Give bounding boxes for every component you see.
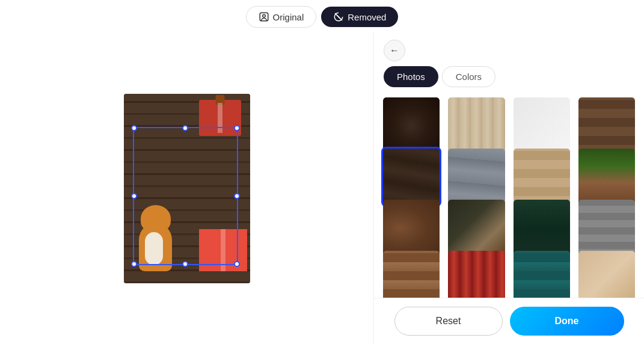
svg-point-1 bbox=[262, 14, 265, 17]
thumb-inner-1 bbox=[383, 97, 440, 154]
thumb-inner-7 bbox=[514, 149, 570, 205]
removed-label: Removed bbox=[348, 12, 386, 22]
removed-button[interactable]: Removed bbox=[321, 7, 398, 27]
photo-thumb-14[interactable] bbox=[446, 249, 506, 298]
photo-grid bbox=[374, 93, 644, 298]
photo-thumb-15[interactable] bbox=[512, 249, 572, 298]
thumb-inner-14 bbox=[448, 251, 504, 298]
remove-bg-icon bbox=[333, 11, 344, 22]
original-label: Original bbox=[273, 12, 304, 22]
portrait-icon bbox=[259, 11, 269, 22]
right-panel-header: ← bbox=[374, 32, 644, 66]
handle-bottom-right[interactable] bbox=[234, 261, 240, 267]
image-container bbox=[124, 94, 250, 283]
photo-thumb-16[interactable] bbox=[577, 249, 637, 298]
left-panel bbox=[0, 32, 373, 344]
top-bar: Original Removed bbox=[0, 0, 644, 32]
reset-button[interactable]: Reset bbox=[394, 307, 503, 336]
selection-box[interactable] bbox=[133, 127, 238, 265]
back-arrow-icon: ← bbox=[390, 45, 399, 56]
thumb-inner-15 bbox=[514, 251, 570, 298]
thumb-inner-8 bbox=[578, 149, 635, 205]
thumb-inner-3 bbox=[514, 97, 570, 154]
thumb-inner-10 bbox=[448, 200, 504, 256]
thumb-inner-4 bbox=[578, 97, 635, 154]
handle-middle-left[interactable] bbox=[131, 193, 137, 199]
thumb-inner-12 bbox=[578, 200, 635, 256]
handle-top-right[interactable] bbox=[234, 125, 240, 131]
photos-tab[interactable]: Photos bbox=[384, 66, 438, 87]
handle-bottom-left[interactable] bbox=[131, 261, 137, 267]
handle-top-middle[interactable] bbox=[182, 125, 188, 131]
thumb-inner-13 bbox=[383, 251, 440, 298]
thumb-inner-6 bbox=[448, 149, 504, 205]
thumb-inner-2 bbox=[448, 97, 504, 154]
bottom-bar: Reset Done bbox=[374, 298, 644, 344]
right-panel: ← Photos Colors Reset Done bbox=[373, 32, 644, 344]
tab-row: Photos Colors bbox=[374, 66, 644, 93]
photo-thumb-13[interactable] bbox=[381, 249, 441, 298]
back-button[interactable]: ← bbox=[384, 40, 405, 61]
handle-bottom-middle[interactable] bbox=[182, 261, 188, 267]
colors-tab-label: Colors bbox=[456, 72, 482, 82]
done-label: Done bbox=[555, 316, 579, 326]
handle-middle-right[interactable] bbox=[234, 193, 240, 199]
original-button[interactable]: Original bbox=[246, 6, 317, 28]
colors-tab[interactable]: Colors bbox=[442, 66, 495, 87]
main-content: ← Photos Colors Reset Done bbox=[0, 32, 644, 344]
thumb-inner-16 bbox=[578, 251, 635, 298]
thumb-inner-11 bbox=[514, 200, 570, 256]
thumb-inner-5 bbox=[383, 149, 440, 205]
handle-top-left[interactable] bbox=[131, 125, 137, 131]
photos-tab-label: Photos bbox=[397, 72, 425, 82]
reset-label: Reset bbox=[436, 316, 461, 326]
done-button[interactable]: Done bbox=[510, 307, 624, 336]
thumb-inner-9 bbox=[383, 200, 440, 256]
